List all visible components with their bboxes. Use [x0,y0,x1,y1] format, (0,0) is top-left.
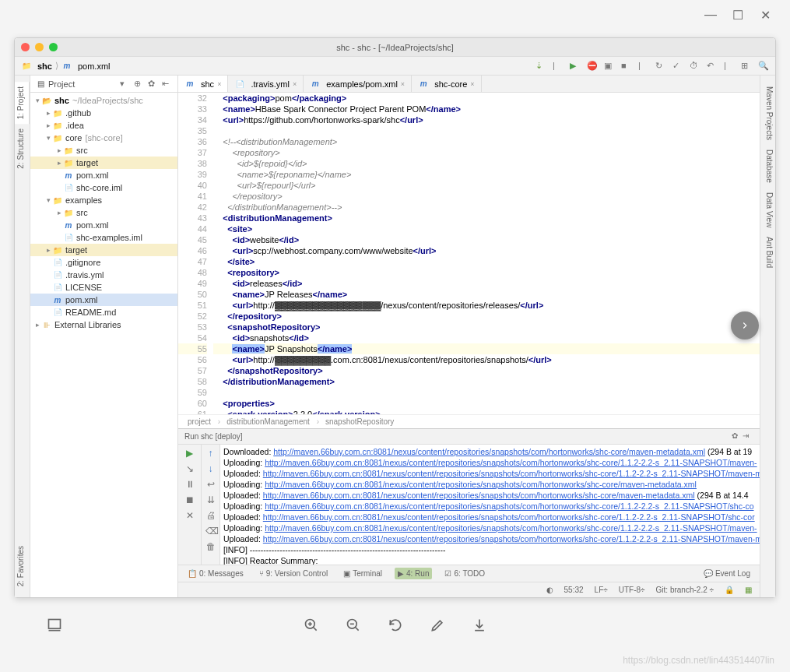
minimize-button[interactable] [35,43,44,51]
thumbnails-icon[interactable] [47,617,62,633]
gear-icon[interactable]: ✿ [732,431,743,442]
tree-node-src[interactable]: ▸📁src [30,206,177,219]
tree-node-pom-xml[interactable]: mpom.xml [30,219,177,231]
collapse-icon[interactable]: ⇤ [162,79,173,90]
console-link[interactable]: http://maven.66buy.com.cn:8081/nexus/con… [265,480,697,489]
close-icon[interactable]: × [401,80,405,88]
tab-event-log[interactable]: 💬 Event Log [700,568,753,579]
rail-tab----structure[interactable]: 2: Structure [15,124,30,174]
console-output[interactable]: Downloaded: http://maven.66buy.com.cn:80… [220,445,760,565]
tree-node-pom-xml[interactable]: mpom.xml [30,294,177,306]
close-icon[interactable]: ✕ [760,8,774,22]
tree-node-shc-examples-iml[interactable]: 📄shc-examples.iml [30,231,177,244]
rail-tab----favorites[interactable]: 2: Favorites [15,541,30,591]
debug-icon[interactable]: ⛔ [587,61,598,72]
tree-node-examples[interactable]: ▾📁examples [30,194,177,206]
rerun-icon[interactable]: ▶ [184,448,195,459]
zoom-in-icon[interactable] [304,617,319,633]
tree-node--github[interactable]: ▸📁.github [30,107,177,119]
code-editor[interactable]: 3233343536373839404142434445464748495051… [178,93,760,414]
tree-node--idea[interactable]: ▸📁.idea [30,119,177,132]
external-libraries[interactable]: ▸⊪External Libraries [30,318,177,331]
zoom-out-icon[interactable] [346,617,361,633]
commit-icon[interactable]: ✓ [672,61,683,72]
maximize-button[interactable] [49,43,58,51]
close-button[interactable] [21,43,30,51]
console-link[interactable]: http://maven.66buy.com.cn:8081/nexus/con… [263,534,760,544]
edit-icon[interactable] [430,617,445,633]
stop-icon[interactable]: ↘ [184,463,195,474]
rotate-icon[interactable] [388,617,403,633]
wrap-icon[interactable]: ↩ [205,479,216,490]
tab-messages[interactable]: 📋 0: Messages [184,568,247,579]
up-icon[interactable]: ↑ [205,448,216,459]
clear-icon[interactable]: ⌫ [205,526,216,537]
code-content[interactable]: <packaging>pom</packaging> <name>HBase S… [213,93,760,414]
minimize-icon[interactable]: — [704,8,718,22]
sync-icon[interactable]: ⇣ [535,61,546,72]
close-icon[interactable]: × [217,80,221,88]
tree-node-target[interactable]: ▸📁target [30,244,177,256]
tab-todo[interactable]: ☑ 6: TODO [441,568,488,579]
tree-node-readme-md[interactable]: 📄README.md [30,306,177,318]
editor-tab--travis-yml[interactable]: 📄.travis.yml× [228,76,304,92]
lock-icon[interactable]: 🔒 [725,586,734,594]
revert-icon[interactable]: ↶ [707,61,718,72]
tree-node--gitignore[interactable]: 📄.gitignore [30,256,177,269]
maximize-icon[interactable]: ☐ [732,8,746,22]
console-link[interactable]: http://maven.66buy.com.cn:8081/nexus/con… [263,491,695,500]
history-icon[interactable]: ⏱ [690,61,700,72]
crumb-snapshotRepository[interactable]: snapshotRepository [325,417,394,426]
hide-icon[interactable]: ⇥ [743,431,753,442]
exit-icon[interactable]: ⏹ [184,494,195,505]
console-link[interactable]: http://maven.66buy.com.cn:8081/nexus/con… [265,523,757,533]
crumb-distributionManagement[interactable]: distributionManagement [226,417,319,426]
down-icon[interactable]: ↓ [205,463,216,474]
nav-breadcrumb[interactable]: 📁 shc ⟩ m pom.xml [21,61,111,72]
stop-icon[interactable]: ■ [621,61,632,72]
tree-node-src[interactable]: ▸📁src [30,144,177,157]
rail-tab----project[interactable]: 1: Project [15,82,30,124]
encoding[interactable]: UTF-8÷ [619,586,645,594]
crumb-project[interactable]: project [188,417,220,426]
trash-icon[interactable]: 🗑 [205,541,216,552]
tab-terminal[interactable]: ▣ Terminal [340,568,385,579]
close-icon[interactable]: × [293,80,297,88]
print-icon[interactable]: 🖨 [205,510,216,521]
coverage-icon[interactable]: ▣ [604,61,615,72]
gear-icon[interactable]: ✿ [148,79,159,90]
tree-node-pom-xml[interactable]: mpom.xml [30,169,177,181]
run-icon[interactable]: ▶ [570,61,581,72]
update-icon[interactable]: ↻ [655,61,666,72]
console-link[interactable]: http://maven.66buy.com.cn:8081/nexus/con… [263,512,755,522]
editor-breadcrumb[interactable]: projectdistributionManagementsnapshotRep… [178,414,760,428]
project-tree[interactable]: ▾📂shc ~/IdeaProjects/shc▸📁.github▸📁.idea… [30,93,177,597]
tab-run[interactable]: ▶ 4: Run [395,568,432,579]
rail-tab-data-view[interactable]: Data View [760,188,775,232]
git-branch[interactable]: Git: branch-2.2 ÷ [656,586,714,594]
tree-node-shc-core-iml[interactable]: 📄shc-core.iml [30,181,177,194]
rail-tab-maven-projects[interactable]: Maven Projects [760,82,775,145]
tree-node--travis-yml[interactable]: 📄.travis.yml [30,269,177,281]
line-ending[interactable]: LF÷ [595,586,608,594]
console-link[interactable]: http://maven.66buy.com.cn:8081/nexus/con… [265,458,757,467]
close-icon[interactable]: × [470,80,474,88]
close-icon[interactable]: ✕ [184,510,195,521]
editor-tab-shc-core[interactable]: mshc-core× [412,76,481,92]
tree-node-license[interactable]: 📄LICENSE [30,281,177,294]
next-image-button[interactable] [731,311,759,340]
cursor-position[interactable]: 55:32 [564,586,584,594]
search-icon[interactable]: 🔍 [758,61,769,72]
pause-icon[interactable]: ⏸ [184,479,195,490]
download-icon[interactable] [472,617,487,633]
target-icon[interactable]: ⊕ [134,79,145,90]
structure-icon[interactable]: ⊞ [741,61,752,72]
scroll-icon[interactable]: ⇊ [205,494,216,505]
editor-tab-shc[interactable]: mshc× [178,76,228,92]
rail-tab-ant-build[interactable]: Ant Build [760,232,775,273]
rail-tab-database[interactable]: Database [760,145,775,188]
console-link[interactable]: http://maven.66buy.com.cn:8081/nexus/con… [265,501,753,511]
dropdown-icon[interactable]: ▾ [120,79,131,90]
tree-node-target[interactable]: ▸📁target [30,157,177,169]
tree-root[interactable]: ▾📂shc ~/IdeaProjects/shc [30,94,177,107]
